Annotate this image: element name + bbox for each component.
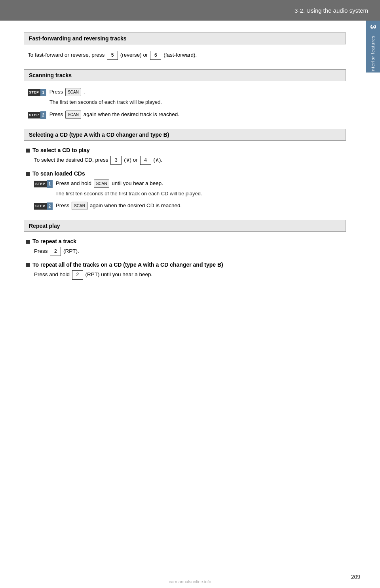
step-num-2: 2	[40, 111, 47, 119]
watermark: carmanualsonline.info	[169, 579, 211, 584]
section-header-repeat-play: Repeat play	[24, 220, 346, 232]
key-3: 3	[110, 156, 122, 165]
key-2-rpt: 2	[50, 247, 61, 256]
step-word-1: STEP	[28, 89, 40, 96]
sidebar-label: Interior features	[370, 35, 375, 73]
step-num-cd2: 2	[47, 202, 53, 210]
key-6: 6	[150, 51, 161, 60]
step-num-cd1: 1	[47, 180, 53, 188]
key-2-hold: 2	[72, 270, 83, 279]
sub-heading-repeat-track: To repeat a track	[24, 238, 346, 244]
bullet-select-cd	[26, 149, 30, 153]
sub-heading-select-cd: To select a CD to play	[24, 147, 346, 153]
header-title: 3-2. Using the audio system	[294, 7, 368, 14]
step-word-cd1: STEP	[34, 181, 47, 187]
step-badge-cd2: STEP 2	[34, 202, 53, 210]
main-content: Fast-forwarding and reversing tracks To …	[0, 21, 366, 297]
bullet-repeat-track	[26, 240, 30, 244]
section-header-selecting-cd: Selecting a CD (type A with a CD changer…	[24, 129, 346, 141]
scan-btn-cd2: SCAN	[72, 202, 87, 210]
scan-btn-cd1: SCAN	[94, 179, 110, 188]
sub-heading-repeat-all: To repeat all of the tracks on a CD (typ…	[24, 262, 346, 268]
sidebar-number: 3	[369, 25, 378, 29]
scan-cds-step1-subtext: The first ten seconds of the first track…	[24, 190, 346, 198]
repeat-track-body: Press 2 (RPT).	[24, 247, 346, 256]
scan-cds-step1: STEP 1 Press and hold SCAN until you hea…	[24, 179, 346, 188]
sub-section-repeat-all: To repeat all of the tracks on a CD (typ…	[24, 262, 346, 279]
scan-cds-step2: STEP 2 Press SCAN again when the desired…	[24, 201, 346, 210]
scanning-step2: STEP 2 Press SCAN again when the desired…	[24, 110, 346, 119]
step-word-cd2: STEP	[34, 203, 47, 210]
top-bar: 3-2. Using the audio system	[0, 0, 380, 21]
step-badge-2: STEP 2	[28, 111, 46, 119]
key-5: 5	[107, 51, 118, 60]
right-sidebar: 3 Interior features	[366, 21, 380, 73]
step-badge-cd1: STEP 1	[34, 180, 53, 188]
sub-section-select-cd: To select a CD to play To select the des…	[24, 147, 346, 165]
select-cd-body: To select the desired CD, press 3 (∨) or…	[24, 156, 346, 165]
scan-btn-2: SCAN	[65, 111, 81, 119]
step-badge-1: STEP 1	[28, 89, 46, 96]
page-number: 209	[351, 574, 360, 580]
scanning-step1: STEP 1 Press SCAN .	[24, 88, 346, 97]
step-word-2: STEP	[28, 112, 40, 118]
sub-heading-scan-cds: To scan loaded CDs	[24, 170, 346, 177]
sub-section-scan-cds: To scan loaded CDs STEP 1 Press and hold…	[24, 170, 346, 210]
scanning-step1-subtext: The first ten seconds of each track will…	[24, 98, 346, 106]
fast-forward-body: To fast-forward or reverse, press 5 (rev…	[24, 51, 346, 60]
sub-section-repeat-track: To repeat a track Press 2 (RPT).	[24, 238, 346, 256]
step-num-1: 1	[40, 89, 47, 96]
bullet-scan-cds	[26, 172, 30, 176]
bullet-repeat-all	[26, 263, 30, 267]
section-header-fast-forwarding: Fast-forwarding and reversing tracks	[24, 32, 346, 44]
repeat-all-body: Press and hold 2 (RPT) until you hear a …	[24, 270, 346, 279]
scan-btn-1: SCAN	[65, 88, 81, 96]
section-header-scanning: Scanning tracks	[24, 69, 346, 81]
key-4: 4	[140, 156, 151, 165]
